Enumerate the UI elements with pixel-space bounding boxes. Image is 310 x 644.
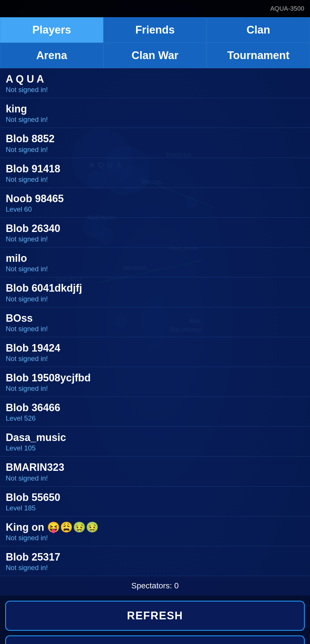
player-status: Not signed in! [6,265,304,273]
player-item[interactable]: BMARIN323Not signed in! [0,456,310,486]
player-name: Blob 19424 [6,342,304,354]
buttons-container: REFRESH DONE [0,596,310,644]
spectators-bar: Spectators: 0 [0,576,310,596]
tab-clanwar[interactable]: Clan War [103,43,207,68]
player-status: Not signed in! [6,564,304,572]
player-name: Blob 25317 [6,551,304,563]
player-name: Dasa_music [6,431,304,444]
player-item[interactable]: Blob 26340Not signed in! [0,218,310,247]
player-name: Noob 98465 [6,192,304,205]
player-name: milo [6,252,304,264]
player-name: Blob 36466 [6,401,304,414]
player-status: Not signed in! [6,295,304,303]
player-item[interactable]: Blob 91418Not signed in! [0,158,310,188]
player-status: Not signed in! [6,175,304,184]
tab-tournament[interactable]: Tournament [207,43,310,68]
player-item[interactable]: Blob 25317Not signed in! [0,546,310,576]
player-name: King on 😝😩🤢🤢 [6,521,304,533]
player-name: king [6,103,304,115]
player-item[interactable]: Blob 55650Level 185 [0,487,310,516]
tab-clan[interactable]: Clan [207,17,310,43]
player-status: Level 185 [6,504,304,512]
player-status: Level 105 [6,444,304,452]
player-name: Blob 19508ycjfbd [6,372,304,384]
player-item[interactable]: Blob 19508ycjfbdNot signed in! [0,367,310,397]
player-name: A Q U A [6,73,304,85]
player-item[interactable]: BOssNot signed in! [0,307,310,337]
player-status: Not signed in! [6,86,304,94]
player-item[interactable]: Blob 8852Not signed in! [0,128,310,158]
player-item[interactable]: Blob 6041dkdjfjNot signed in! [0,277,310,307]
player-status: Not signed in! [6,116,304,124]
player-list: A Q U ANot signed in!kingNot signed in!B… [0,68,310,576]
player-name: Blob 8852 [6,132,304,145]
player-status: Not signed in! [6,474,304,482]
player-name: BMARIN323 [6,461,304,473]
player-item[interactable]: Blob 36466Level 526 [0,397,310,427]
nav-row-2: Arena Clan War Tournament [0,43,310,68]
nav-row-1: Players Friends Clan [0,17,310,43]
player-item[interactable]: Dasa_musicLevel 105 [0,427,310,456]
player-name: Blob 6041dkdjfj [6,282,304,294]
player-item[interactable]: kingNot signed in! [0,98,310,128]
player-status: Level 526 [6,414,304,422]
player-name: Blob 26340 [6,222,304,235]
tab-players[interactable]: Players [0,17,103,43]
player-status: Not signed in! [6,385,304,393]
done-button[interactable]: DONE [5,635,305,644]
player-status: Level 60 [6,205,304,213]
tab-arena[interactable]: Arena [0,43,103,68]
player-item[interactable]: A Q U ANot signed in! [0,68,310,98]
player-status: Not signed in! [6,146,304,154]
player-status: Not signed in! [6,355,304,363]
status-bar: AQUA-3500 [0,0,310,17]
player-status: Not signed in! [6,534,304,542]
status-bar-text: AQUA-3500 [270,5,304,12]
tab-friends[interactable]: Friends [103,17,207,43]
player-status: Not signed in! [6,325,304,333]
player-name: BOss [6,312,304,324]
player-name: Blob 91418 [6,163,304,175]
player-item[interactable]: miloNot signed in! [0,247,310,277]
refresh-button[interactable]: REFRESH [5,601,305,631]
player-name: Blob 55650 [6,491,304,504]
spectators-label: Spectators: 0 [131,581,179,590]
nav-container: Players Friends Clan Arena Clan War Tour… [0,17,310,68]
player-item[interactable]: King on 😝😩🤢🤢Not signed in! [0,516,310,546]
player-item[interactable]: Blob 19424Not signed in! [0,337,310,367]
player-item[interactable]: Noob 98465Level 60 [0,188,310,218]
player-status: Not signed in! [6,235,304,243]
